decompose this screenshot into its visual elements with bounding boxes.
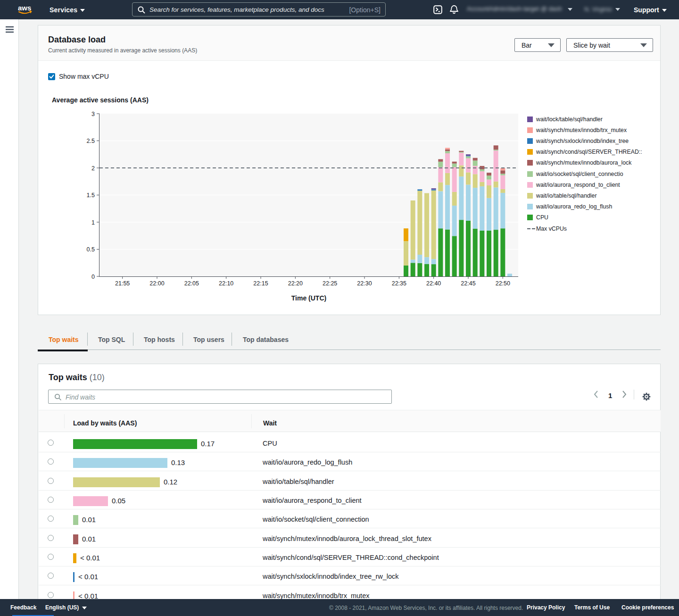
svg-text:22:00: 22:00 xyxy=(149,280,164,287)
svg-text:22:05: 22:05 xyxy=(184,280,199,287)
svg-text:22:30: 22:30 xyxy=(357,280,372,287)
svg-text:Time (UTC): Time (UTC) xyxy=(291,294,326,302)
svg-text:22:50: 22:50 xyxy=(496,280,510,287)
svg-text:0: 0 xyxy=(91,274,95,280)
svg-text:22:10: 22:10 xyxy=(219,280,233,287)
svg-text:22:35: 22:35 xyxy=(392,280,406,287)
svg-text:3: 3 xyxy=(91,111,95,117)
svg-text:0.5: 0.5 xyxy=(87,246,95,253)
svg-text:1: 1 xyxy=(91,219,95,226)
svg-text:22:45: 22:45 xyxy=(461,280,475,287)
svg-text:2: 2 xyxy=(91,165,95,172)
svg-text:22:40: 22:40 xyxy=(426,280,441,287)
svg-text:22:20: 22:20 xyxy=(288,280,303,287)
svg-text:22:25: 22:25 xyxy=(323,280,337,287)
svg-text:22:15: 22:15 xyxy=(253,280,268,287)
svg-text:aws: aws xyxy=(18,4,31,12)
svg-text:21:55: 21:55 xyxy=(115,280,130,287)
svg-text:1.5: 1.5 xyxy=(87,192,95,199)
svg-text:2.5: 2.5 xyxy=(87,138,95,144)
